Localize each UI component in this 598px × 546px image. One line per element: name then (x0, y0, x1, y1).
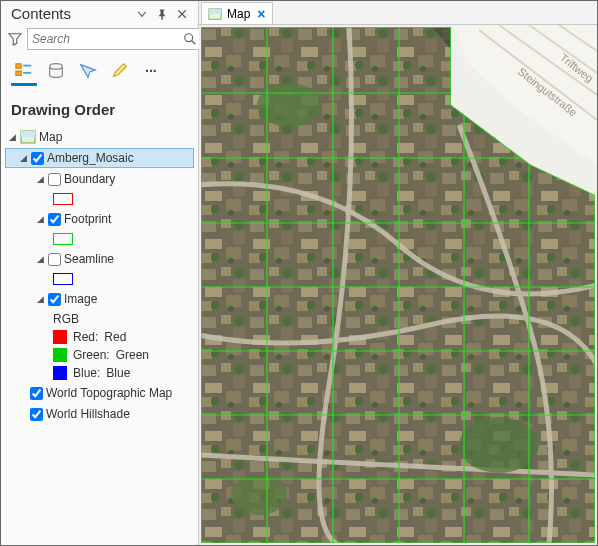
map-view[interactable]: Steingutstraße Triftweg (199, 25, 597, 545)
tree-topo-node[interactable]: ◢ World Topographic Map (5, 383, 194, 403)
rgb-blue-row: Blue: Blue (5, 364, 194, 382)
map-canvas: Steingutstraße Triftweg (199, 25, 597, 545)
rgb-title-row: RGB (5, 310, 194, 328)
tree-boundary-node[interactable]: ◢ Boundary (5, 169, 194, 189)
tree-mosaic-node[interactable]: ◢ Amberg_Mosaic (5, 148, 194, 168)
tree-map-node[interactable]: ◢ Map (5, 127, 194, 147)
list-by-editing-button[interactable] (109, 60, 131, 82)
caret-icon[interactable]: ◢ (18, 153, 28, 163)
tree-footprint-node[interactable]: ◢ Footprint (5, 209, 194, 229)
node-label: Map (39, 130, 62, 144)
visibility-checkbox[interactable] (31, 152, 44, 165)
node-label: Footprint (64, 212, 111, 226)
rgb-red-row: Red: Red (5, 328, 194, 346)
footprint-swatch-row (5, 230, 194, 248)
svg-point-8 (50, 64, 63, 69)
svg-rect-4 (16, 64, 21, 69)
svg-point-27 (231, 475, 287, 515)
map-tab-icon (208, 7, 222, 21)
visibility-checkbox[interactable] (48, 293, 61, 306)
caret-icon[interactable]: ◢ (35, 294, 45, 304)
tree-hillshade-node[interactable]: ◢ World Hillshade (5, 404, 194, 424)
tab-label: Map (227, 7, 250, 21)
seamline-swatch[interactable] (53, 273, 73, 285)
contents-title: Contents (11, 5, 130, 22)
band-label: Red: (73, 330, 98, 344)
map-icon (20, 129, 36, 145)
seamline-swatch-row (5, 270, 194, 288)
svg-point-26 (459, 417, 539, 473)
boundary-swatch[interactable] (53, 193, 73, 205)
band-label: Blue: (73, 366, 100, 380)
filter-icon[interactable] (7, 31, 23, 47)
search-input[interactable] (32, 32, 183, 46)
svg-line-3 (192, 41, 196, 45)
svg-rect-5 (16, 71, 21, 76)
band-value: Blue (106, 366, 130, 380)
svg-point-2 (185, 34, 193, 42)
map-tab-bar: Map × (199, 1, 597, 25)
caret-icon[interactable]: ◢ (35, 214, 45, 224)
visibility-checkbox[interactable] (48, 253, 61, 266)
caret-icon[interactable]: ◢ (35, 174, 45, 184)
rgb-title: RGB (53, 312, 79, 326)
visibility-checkbox[interactable] (48, 173, 61, 186)
caret-icon[interactable]: ◢ (35, 254, 45, 264)
band-value: Red (104, 330, 126, 344)
visibility-checkbox[interactable] (48, 213, 61, 226)
contents-panel: Contents ▾ (1, 1, 199, 545)
svg-rect-12 (209, 8, 221, 13)
tree-seamline-node[interactable]: ◢ Seamline (5, 249, 194, 269)
boundary-swatch-row (5, 190, 194, 208)
list-by-selection-button[interactable] (77, 60, 99, 82)
node-label: Image (64, 292, 97, 306)
caret-icon[interactable]: ◢ (7, 132, 17, 142)
node-label: Boundary (64, 172, 115, 186)
visibility-checkbox[interactable] (30, 408, 43, 421)
red-swatch[interactable] (53, 330, 67, 344)
list-by-data-source-button[interactable] (45, 60, 67, 82)
contents-panel-header: Contents (1, 1, 198, 26)
view-mode-toolbar: ··· (1, 56, 198, 91)
node-label: Seamline (64, 252, 114, 266)
more-options-button[interactable]: ··· (145, 63, 157, 79)
map-tab[interactable]: Map × (201, 2, 273, 24)
tree-image-node[interactable]: ◢ Image (5, 289, 194, 309)
search-wrap: ▾ (27, 28, 209, 50)
green-swatch[interactable] (53, 348, 67, 362)
list-by-drawing-order-button[interactable] (13, 60, 35, 82)
close-panel-button[interactable] (174, 6, 190, 22)
visibility-checkbox[interactable] (30, 387, 43, 400)
layer-tree: ◢ Map ◢ Amberg_Mosaic ◢ Boundary (1, 126, 198, 545)
search-icon[interactable] (183, 32, 197, 46)
auto-hide-button[interactable] (134, 6, 150, 22)
pin-button[interactable] (154, 6, 170, 22)
rgb-green-row: Green: Green (5, 346, 194, 364)
footprint-swatch[interactable] (53, 233, 73, 245)
map-area: Map × Steingutstraße Triftweg (199, 1, 597, 545)
band-label: Green: (73, 348, 110, 362)
node-label: World Topographic Map (46, 386, 172, 400)
band-value: Green (116, 348, 149, 362)
blue-swatch[interactable] (53, 366, 67, 380)
section-title: Drawing Order (1, 91, 198, 126)
svg-rect-10 (21, 131, 35, 137)
node-label: Amberg_Mosaic (47, 151, 134, 165)
tab-close-button[interactable]: × (257, 7, 265, 21)
node-label: World Hillshade (46, 407, 130, 421)
